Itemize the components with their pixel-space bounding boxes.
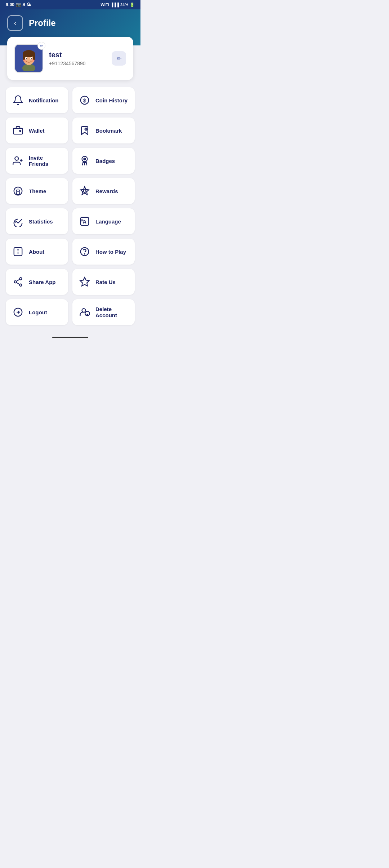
menu-label-notification: Notification (29, 97, 59, 103)
menu-label-logout: Logout (29, 309, 47, 315)
menu-label-theme: Theme (29, 188, 46, 194)
svg-marker-46 (80, 278, 89, 286)
avatar-container: ✏ (14, 44, 43, 73)
battery-icon: 🔋 (130, 3, 135, 7)
howtoplay-icon (78, 245, 91, 258)
bookmark-icon (78, 124, 91, 137)
profile-name: test (49, 51, 106, 59)
menu-item-delete-account[interactable]: Delete Account (72, 299, 135, 325)
badge-icon (78, 154, 91, 167)
profile-phone: +911234567890 (49, 61, 106, 66)
menu-label-coin-history: Coin History (95, 97, 128, 103)
menu-label-how-to-play: How to Play (95, 249, 126, 255)
menu-item-statistics[interactable]: Statistics (6, 208, 68, 234)
status-icons: 📷 S 🌤 (16, 2, 31, 7)
status-bar: 9:00 📷 S 🌤 WiFi ▐▐▐ 24% 🔋 (0, 0, 140, 9)
time-display: 9:00 (6, 2, 14, 7)
svg-point-42 (19, 278, 22, 280)
svg-line-44 (17, 279, 20, 281)
edit-icon: ✏ (117, 55, 121, 62)
menu-item-language[interactable]: Aあ Language (72, 208, 135, 234)
svg-point-30 (16, 191, 20, 195)
menu-item-logout[interactable]: Logout (6, 299, 68, 325)
invite-icon (12, 154, 24, 167)
edit-profile-button[interactable]: ✏ (112, 51, 126, 66)
delete-icon (78, 306, 91, 319)
svg-line-45 (17, 283, 20, 284)
status-time: 9:00 📷 S 🌤 (6, 2, 31, 7)
menu-item-bookmark[interactable]: Bookmark (72, 118, 135, 143)
menu-item-rate-us[interactable]: Rate Us (72, 269, 135, 295)
svg-point-27 (16, 190, 17, 191)
home-bar (52, 337, 88, 338)
wifi-icon: WiFi (100, 3, 109, 7)
battery-display: 24% (120, 3, 128, 7)
svg-point-41 (14, 281, 16, 283)
svg-marker-31 (81, 187, 89, 195)
language-icon: Aあ (78, 215, 91, 228)
bell-icon (12, 94, 24, 107)
svg-point-9 (26, 58, 27, 59)
svg-point-28 (18, 189, 19, 190)
profile-info: test +911234567890 (49, 51, 106, 66)
menu-item-rewards[interactable]: Rewards (72, 178, 135, 204)
rewards-icon (78, 185, 91, 198)
status-right-icons: WiFi ▐▐▐ 24% 🔋 (100, 3, 135, 7)
svg-point-17 (19, 130, 21, 132)
menu-label-language: Language (95, 218, 121, 225)
menu-item-notification[interactable]: Notification (6, 87, 68, 113)
svg-text:あ: あ (80, 218, 84, 222)
avatar-svg (16, 46, 41, 71)
logout-icon (12, 306, 24, 319)
menu-item-about[interactable]: About (6, 239, 68, 265)
menu-label-rewards: Rewards (95, 188, 118, 194)
info-icon (12, 245, 24, 258)
menu-label-share-app: Share App (29, 279, 55, 285)
star-icon (78, 275, 91, 288)
menu-item-theme[interactable]: Theme (6, 178, 68, 204)
menu-label-delete-account: Delete Account (95, 306, 129, 318)
svg-point-12 (32, 59, 35, 62)
wallet-icon (12, 124, 24, 137)
menu-item-share-app[interactable]: Share App (6, 269, 68, 295)
coin-icon: $ (78, 94, 91, 107)
back-button[interactable]: ‹ (7, 15, 23, 31)
theme-icon (12, 185, 24, 198)
home-indicator (0, 332, 140, 342)
avatar-edit-badge[interactable]: ✏ (37, 42, 45, 50)
share-icon (12, 275, 24, 288)
menu-grid: Notification $ Coin History Wallet Bookm… (0, 87, 140, 332)
svg-point-32 (83, 190, 86, 192)
menu-item-how-to-play[interactable]: How to Play (72, 239, 135, 265)
stats-icon (12, 215, 24, 228)
menu-item-coin-history[interactable]: $ Coin History (72, 87, 135, 113)
svg-point-29 (19, 190, 20, 191)
menu-label-about: About (29, 249, 44, 255)
menu-item-wallet[interactable]: Wallet (6, 118, 68, 143)
svg-point-43 (19, 284, 22, 286)
menu-label-bookmark: Bookmark (95, 128, 122, 134)
profile-card: ✏ test +911234567890 ✏ (7, 37, 133, 80)
menu-label-badges: Badges (95, 158, 115, 164)
menu-label-wallet: Wallet (29, 128, 45, 134)
menu-item-badges[interactable]: Badges (72, 148, 135, 174)
svg-point-10 (31, 58, 32, 59)
svg-point-11 (23, 59, 26, 62)
back-icon: ‹ (14, 19, 16, 27)
page-title: Profile (29, 18, 56, 28)
menu-label-invite-friends: Invite Friends (29, 155, 62, 167)
menu-item-invite-friends[interactable]: Invite Friends (6, 148, 68, 174)
menu-label-rate-us: Rate Us (95, 279, 116, 285)
signal-icon: ▐▐▐ (111, 3, 119, 7)
menu-label-statistics: Statistics (29, 218, 53, 225)
svg-point-21 (15, 157, 18, 160)
svg-text:$: $ (83, 97, 86, 103)
svg-point-49 (82, 309, 86, 312)
